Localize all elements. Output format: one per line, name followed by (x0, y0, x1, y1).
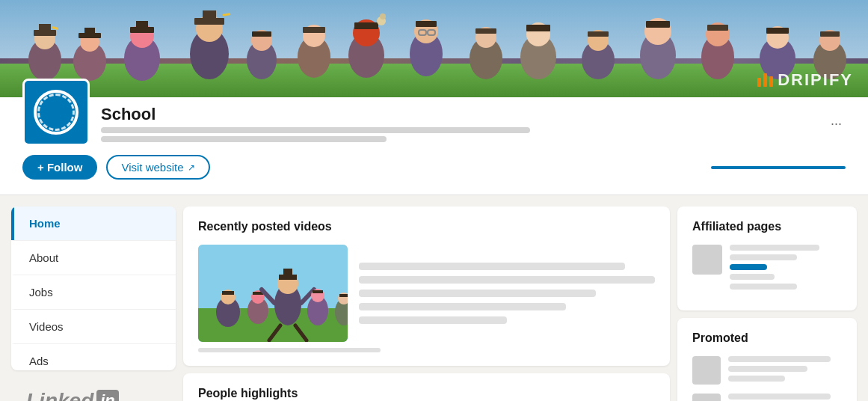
svg-point-28 (380, 13, 386, 19)
video-progress-bar (198, 348, 381, 352)
svg-rect-3 (39, 24, 51, 31)
svg-rect-8 (84, 28, 95, 34)
progress-bar (711, 166, 846, 169)
school-name: School (101, 105, 816, 124)
svg-rect-75 (339, 294, 348, 297)
svg-rect-49 (707, 25, 728, 31)
follow-button[interactable]: + Follow (22, 155, 97, 180)
svg-rect-31 (416, 21, 437, 27)
svg-rect-20 (252, 31, 271, 37)
svg-rect-16 (203, 10, 216, 19)
svg-rect-60 (222, 291, 234, 295)
action-row: + Follow Visit website ↗ (22, 146, 846, 183)
main-content: Recently posted videos (183, 206, 670, 401)
promo-line-1a (728, 356, 831, 362)
avatar (22, 79, 90, 146)
videos-card-title: Recently posted videos (198, 220, 655, 233)
video-desc-line-4 (359, 303, 566, 310)
promo-avatar-2 (692, 394, 721, 401)
svg-rect-72 (313, 290, 323, 293)
more-options-button[interactable]: ··· (827, 105, 846, 135)
video-desc-line-3 (359, 290, 596, 297)
aff-line-1a (730, 245, 819, 251)
linkedin-in-badge: in (96, 390, 119, 401)
linkedin-logo: Linked in (11, 382, 176, 401)
svg-rect-12 (136, 21, 148, 28)
promo-line-2a (728, 394, 831, 400)
profile-meta-line-2 (101, 136, 387, 142)
svg-rect-4 (52, 26, 59, 30)
sidebar: Home About Jobs Videos Ads Linked in (11, 206, 176, 401)
affiliated-pages-title: Affiliated pages (692, 220, 842, 233)
video-row (198, 245, 655, 342)
promoted-item-2 (692, 394, 842, 401)
sidebar-item-videos[interactable]: Videos (11, 309, 176, 343)
promoted-item-1 (692, 356, 842, 385)
promo-line-1b (728, 366, 807, 372)
promoted-card: Promoted (677, 318, 857, 401)
aff-line-1c (730, 274, 775, 280)
profile-section: School ··· + Follow Visit website ↗ (0, 97, 868, 195)
nav-list: Home About Jobs Videos Ads (11, 206, 176, 370)
progress-area (711, 166, 846, 169)
video-desc-line-5 (359, 316, 507, 324)
people-highlights-title: People highlights (198, 387, 655, 400)
promo-info-2 (728, 394, 842, 401)
svg-rect-17 (223, 13, 230, 16)
dripify-logo: DRIPIFY (757, 70, 853, 90)
main-layout: Home About Jobs Videos Ads Linked in Rec… (0, 195, 868, 401)
affiliated-pages-card: Affiliated pages (677, 206, 857, 310)
sidebar-item-about[interactable]: About (11, 240, 176, 275)
linkedin-text: Linked (26, 389, 93, 401)
promo-info-1 (728, 356, 842, 382)
sidebar-item-ads[interactable]: Ads (11, 343, 176, 370)
affiliate-item-1 (692, 245, 842, 290)
video-thumb-image (198, 245, 348, 342)
promo-line-1c (728, 376, 785, 382)
videos-card: Recently posted videos (183, 206, 670, 366)
svg-rect-66 (279, 275, 297, 280)
svg-rect-40 (526, 25, 550, 31)
banner-illustration (0, 0, 868, 97)
video-thumbnail[interactable] (198, 245, 348, 342)
affiliate-info-1 (730, 245, 842, 290)
sidebar-item-jobs[interactable]: Jobs (11, 275, 176, 309)
aff-blue-1 (730, 264, 767, 270)
affiliate-avatar-1 (692, 245, 722, 275)
promoted-title: Promoted (692, 331, 842, 345)
aff-line-1b (730, 254, 797, 260)
svg-rect-43 (588, 31, 609, 37)
svg-rect-26 (354, 22, 378, 29)
svg-rect-67 (283, 269, 292, 275)
visit-website-button[interactable]: Visit website ↗ (106, 155, 209, 180)
promo-avatar-1 (692, 356, 721, 385)
banner-image: DRIPIFY (0, 0, 868, 97)
external-link-icon: ↗ (188, 162, 195, 173)
video-desc-line-2 (359, 276, 655, 284)
sidebar-item-home[interactable]: Home (11, 206, 176, 240)
video-content (359, 245, 655, 342)
people-highlights-card: People highlights (183, 373, 670, 401)
aff-line-1d (730, 284, 797, 290)
svg-rect-37 (475, 28, 496, 34)
profile-info: School (101, 105, 816, 146)
right-sidebar: Affiliated pages Promoted (677, 206, 857, 401)
video-desc-line-1 (359, 263, 625, 270)
svg-rect-46 (646, 21, 670, 28)
svg-rect-23 (303, 27, 325, 33)
svg-rect-55 (820, 31, 840, 37)
svg-rect-52 (766, 28, 789, 34)
profile-meta-line-1 (101, 127, 530, 133)
